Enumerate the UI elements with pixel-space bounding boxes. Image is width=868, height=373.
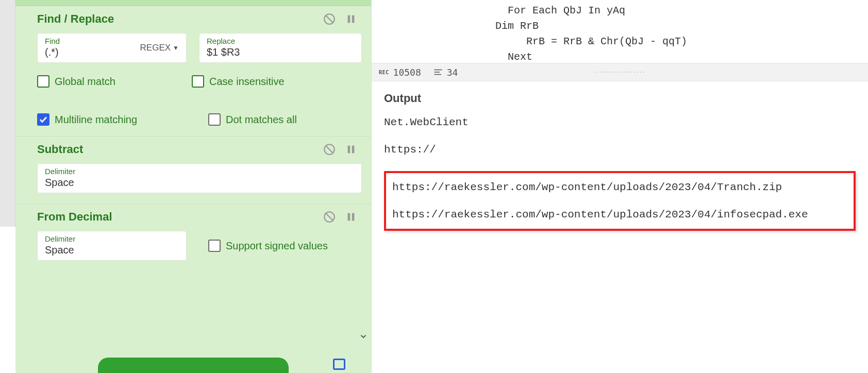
- multiline-option[interactable]: Multiline matching: [37, 113, 192, 126]
- op-title-from-decimal: From Decimal: [37, 210, 112, 224]
- input-status-bar: REC 10508 34: [372, 63, 868, 81]
- svg-line-5: [326, 146, 333, 153]
- disable-op-icon[interactable]: [323, 143, 336, 156]
- op-title-subtract: Subtract: [37, 143, 83, 156]
- output-line: https://raekessler.com/wp-content/upload…: [392, 209, 847, 221]
- output-title: Output: [384, 92, 856, 105]
- left-scrollbar-gutter: [0, 0, 15, 227]
- pause-op-icon[interactable]: [345, 12, 357, 26]
- replace-value: $1 $R3: [207, 46, 354, 58]
- svg-rect-7: [352, 146, 355, 154]
- find-field[interactable]: Find (.*) REGEX ▼: [37, 33, 187, 63]
- dotall-option[interactable]: Dot matches all: [208, 113, 362, 126]
- checkbox-unchecked-icon: [208, 113, 221, 126]
- step-toggle[interactable]: [333, 359, 345, 370]
- op-title-find-replace: Find / Replace: [37, 12, 114, 26]
- replace-label: Replace: [207, 37, 354, 45]
- rec-label: REC: [379, 70, 389, 75]
- svg-rect-3: [352, 15, 355, 23]
- output-area[interactable]: Output Net.WebClient https:// https://ra…: [372, 81, 868, 373]
- svg-rect-10: [348, 213, 350, 221]
- checkbox-unchecked-icon: [192, 75, 204, 88]
- op-from-decimal: From Decimal Delimiter Space Support sig…: [15, 204, 371, 271]
- disable-op-icon[interactable]: [323, 12, 336, 26]
- op-subtract: Subtract Delimiter Space: [15, 137, 371, 204]
- svg-rect-11: [352, 213, 355, 221]
- checkbox-unchecked-icon: [37, 75, 49, 88]
- case-insensitive-option[interactable]: Case insensitive: [192, 75, 362, 88]
- op-find-replace: Find / Replace Find (.*) REGEX ▼ Re: [15, 6, 371, 137]
- replace-field[interactable]: Replace $1 $R3: [199, 33, 362, 63]
- subtract-delimiter-field[interactable]: Delimiter Space: [37, 163, 362, 193]
- annotation-highlight-box: https://raekessler.com/wp-content/upload…: [384, 171, 856, 231]
- output-line: https://raekessler.com/wp-content/upload…: [392, 181, 847, 193]
- recipe-panel: Find / Replace Find (.*) REGEX ▼ Re: [15, 0, 371, 373]
- pane-resize-handle[interactable]: [594, 69, 646, 76]
- pause-op-icon[interactable]: [345, 143, 357, 156]
- svg-rect-2: [348, 15, 350, 23]
- fromdecimal-delimiter-label: Delimiter: [45, 234, 179, 243]
- global-match-option[interactable]: Global match: [37, 75, 192, 88]
- previous-op-strip: [15, 0, 371, 6]
- chevron-down-icon: ▼: [173, 44, 179, 52]
- bake-button[interactable]: [98, 358, 289, 373]
- regex-mode-dropdown[interactable]: REGEX ▼: [140, 43, 179, 53]
- svg-line-9: [326, 213, 333, 221]
- signed-values-option[interactable]: Support signed values: [208, 240, 328, 252]
- disable-op-icon[interactable]: [323, 210, 336, 224]
- checkbox-checked-icon: [37, 113, 49, 126]
- svg-line-1: [326, 15, 333, 23]
- lines-value: 34: [447, 67, 458, 78]
- lines-icon: [433, 67, 443, 78]
- subtract-delimiter-label: Delimiter: [45, 167, 354, 176]
- rec-value: 10508: [393, 67, 421, 78]
- checkbox-unchecked-icon: [208, 240, 221, 252]
- subtract-delimiter-value: Space: [45, 177, 354, 189]
- output-line: Net.WebClient: [384, 116, 856, 128]
- fromdecimal-delimiter-field[interactable]: Delimiter Space: [37, 231, 187, 261]
- svg-rect-6: [348, 146, 350, 154]
- output-line: https://: [384, 144, 856, 156]
- scroll-down-icon[interactable]: [358, 331, 369, 342]
- pause-op-icon[interactable]: [345, 210, 357, 224]
- fromdecimal-delimiter-value: Space: [45, 244, 179, 256]
- input-code-area[interactable]: For Each QbJ In yAq Dim RrB RrB = RrB & …: [372, 0, 868, 63]
- io-panel: For Each QbJ In yAq Dim RrB RrB = RrB & …: [371, 0, 868, 373]
